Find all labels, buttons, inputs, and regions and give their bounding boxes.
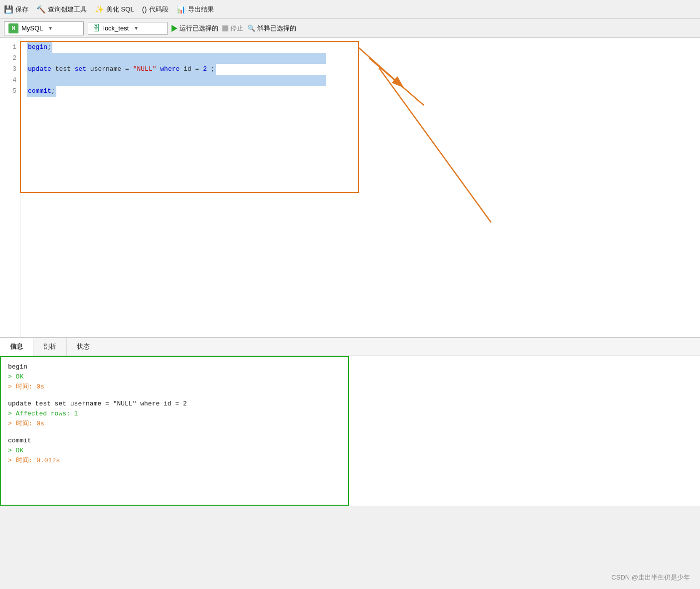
output-block3-ok: > OK	[8, 446, 341, 456]
db-type-selector[interactable]: N MySQL ▼	[4, 21, 84, 35]
code-line-4	[27, 75, 694, 86]
dropdown-arrow-icon: ▼	[48, 25, 53, 31]
play-icon	[172, 25, 177, 32]
line-numbers: 1 2 3 4 5	[0, 38, 21, 337]
editor-area: 1 2 3 4 5 begin; update test set usernam…	[0, 38, 700, 337]
code-snippet-button[interactable]: () 代码段	[142, 5, 169, 14]
tab-profile[interactable]: 剖析	[33, 338, 67, 356]
dropdown-arrow-db-icon: ▼	[134, 25, 139, 31]
output-block3-time: > 时间: 0.012s	[8, 456, 341, 466]
output-block2-cmd: update test set username = "NULL" where …	[8, 399, 341, 409]
code-editor[interactable]: begin; update test set username = "NULL"…	[21, 38, 700, 337]
beautify-icon: ✨	[95, 5, 104, 14]
output-block1-time: > 时间: 0s	[8, 382, 341, 392]
beautify-button[interactable]: ✨ 美化 SQL	[95, 5, 134, 14]
tab-status[interactable]: 状态	[67, 338, 100, 356]
save-button[interactable]: 💾 保存	[4, 5, 28, 14]
code-line-3: update test set username = "NULL" where …	[27, 64, 694, 75]
explain-button[interactable]: 🔍 解释已选择的	[247, 24, 296, 33]
output-block2-affected: > Affected rows: 1	[8, 409, 341, 419]
output-area: begin > OK > 时间: 0s update test set user…	[0, 356, 349, 506]
mysql-icon: N	[8, 23, 18, 33]
output-block1-ok: > OK	[8, 372, 341, 382]
explain-icon: 🔍	[247, 24, 255, 32]
tabs-row: 信息 剖析 状态	[0, 338, 700, 356]
code-line-1: begin;	[27, 42, 694, 53]
run-button[interactable]: 运行已选择的	[172, 24, 218, 33]
output-block1-cmd: begin	[8, 362, 341, 372]
toolbar: 💾 保存 🔨 查询创建工具 ✨ 美化 SQL () 代码段 📊 导出结果	[0, 0, 700, 19]
watermark: CSDN @走出半生仍是少年	[611, 573, 690, 582]
export-button[interactable]: 📊 导出结果	[176, 5, 214, 14]
output-block2-time: > 时间: 0s	[8, 419, 341, 429]
bottom-panel: 信息 剖析 状态 begin > OK > 时间: 0s update test…	[0, 337, 700, 506]
stop-icon	[222, 25, 228, 31]
save-icon: 💾	[4, 5, 13, 14]
export-icon: 📊	[176, 5, 186, 14]
connection-bar: N MySQL ▼ 🗄 lock_test ▼ 运行已选择的 停止 🔍 解释已选…	[0, 19, 700, 38]
query-tool-button[interactable]: 🔨 查询创建工具	[36, 5, 87, 14]
db-icon: 🗄	[92, 24, 100, 33]
code-line-2	[27, 53, 694, 64]
query-tool-icon: 🔨	[36, 5, 46, 14]
code-line-5: commit;	[27, 86, 694, 97]
db-name-selector[interactable]: 🗄 lock_test ▼	[88, 22, 168, 35]
output-block3-cmd: commit	[8, 436, 341, 446]
tab-info[interactable]: 信息	[0, 338, 33, 356]
code-icon: ()	[142, 5, 147, 13]
stop-button[interactable]: 停止	[222, 24, 243, 33]
